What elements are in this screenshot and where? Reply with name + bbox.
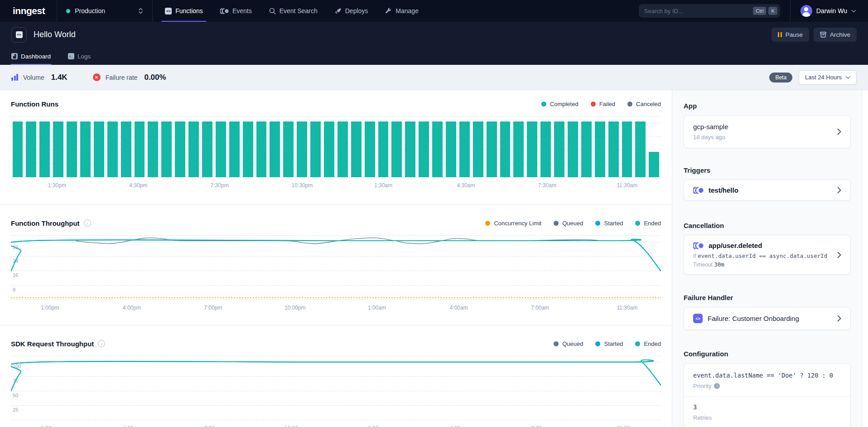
nav-tab-event-search[interactable]: Event Search [269, 0, 318, 22]
nav-tab-deploys[interactable]: Deploys [335, 0, 368, 22]
event-icon [693, 187, 704, 194]
x-tick-label: 1:00am [368, 305, 386, 311]
failure-handler-name: Failure: Customer Onboarding [708, 315, 799, 322]
failure-handler-card[interactable]: <> Failure: Customer Onboarding [684, 307, 851, 330]
bar[interactable] [378, 121, 389, 177]
bar[interactable] [568, 121, 578, 177]
legend-item[interactable]: Started [595, 340, 623, 347]
bar[interactable] [243, 121, 253, 177]
bar[interactable] [229, 121, 240, 177]
bar[interactable] [338, 121, 348, 177]
function-throughput-plot[interactable]: 8162432 [11, 236, 661, 300]
function-runs-plot[interactable]: 8162432 [11, 116, 661, 177]
bar[interactable] [324, 121, 334, 177]
bar[interactable] [135, 121, 145, 177]
bar[interactable] [554, 121, 564, 177]
bar[interactable] [216, 121, 226, 177]
volume-icon [11, 74, 18, 81]
bar[interactable] [13, 121, 23, 177]
bar[interactable] [405, 121, 415, 177]
x-tick-label: 11:30am [617, 182, 637, 189]
x-tick-label: 1:00pm [41, 425, 59, 427]
pause-button[interactable]: Pause [772, 28, 809, 42]
bar[interactable] [202, 121, 212, 177]
bar[interactable] [39, 121, 50, 177]
bar[interactable] [649, 152, 659, 177]
bar[interactable] [391, 121, 402, 177]
bar[interactable] [608, 121, 619, 177]
archive-button[interactable]: Archive [814, 28, 857, 42]
bar[interactable] [297, 121, 307, 177]
info-icon[interactable]: i [714, 383, 720, 389]
retries-label: Retries [693, 414, 841, 421]
legend-item[interactable]: Ended [635, 220, 661, 227]
bar[interactable] [622, 121, 632, 177]
bar[interactable] [365, 121, 375, 177]
legend-item[interactable]: Failed [591, 101, 615, 107]
legend-item[interactable]: Started [595, 220, 623, 227]
bar[interactable] [80, 121, 91, 177]
nav-tab-manage[interactable]: Manage [385, 0, 419, 22]
nav-tab-functions[interactable]: <> Functions [165, 0, 203, 22]
configuration-card: event.data.lastName == 'Doe' ? 120 : 0 P… [684, 363, 851, 427]
nav-tab-events[interactable]: Events [220, 0, 252, 22]
bar[interactable] [540, 121, 551, 177]
legend-item[interactable]: Canceled [627, 101, 661, 107]
function-throughput-section: Function Throughput i Concurrency LimitQ… [0, 204, 672, 325]
bar[interactable] [148, 121, 158, 177]
sdk-throughput-plot[interactable]: 255075100 [11, 356, 661, 420]
bar[interactable] [419, 121, 429, 177]
app-card[interactable]: gcp-sample 18 days ago [684, 115, 851, 148]
function-runs-section: Function Runs CompletedFailedCanceled 81… [0, 90, 672, 204]
trigger-card[interactable]: test/hello [684, 180, 851, 201]
bar[interactable] [487, 121, 497, 177]
pause-icon [778, 32, 782, 37]
bar[interactable] [256, 121, 267, 177]
tab-logs[interactable]: ›_ Logs [68, 48, 91, 65]
bar[interactable] [635, 121, 646, 177]
archive-icon [820, 32, 826, 38]
legend-label: Started [604, 340, 623, 347]
cancellation-card[interactable]: app/user.deleted If event.data.userId ==… [684, 235, 851, 275]
bar[interactable] [473, 121, 483, 177]
bar[interactable] [270, 121, 280, 177]
legend-item[interactable]: Completed [541, 101, 579, 107]
tab-dashboard[interactable]: ▟ Dashboard [11, 48, 51, 65]
bar[interactable] [175, 121, 185, 177]
legend-item[interactable]: Queued [554, 220, 583, 227]
bar[interactable] [595, 121, 605, 177]
chart-legend: QueuedStartedEnded [554, 340, 661, 347]
bar[interactable] [432, 121, 443, 177]
bar[interactable] [513, 121, 524, 177]
bar[interactable] [53, 121, 63, 177]
bar[interactable] [527, 121, 537, 177]
bar[interactable] [310, 121, 321, 177]
bar[interactable] [581, 121, 592, 177]
scrollbar[interactable] [862, 90, 868, 427]
bar[interactable] [67, 121, 77, 177]
x-tick-label: 10:30pm [292, 182, 313, 189]
bar[interactable] [121, 121, 131, 177]
bar[interactable] [351, 121, 362, 177]
bar[interactable] [94, 121, 104, 177]
bar[interactable] [188, 121, 199, 177]
search-input[interactable] [644, 8, 751, 15]
legend-label: Failed [599, 101, 615, 107]
time-range-dropdown[interactable]: Last 24 Hours [799, 70, 857, 85]
x-tick-label: 1:00pm [41, 305, 59, 311]
legend-item[interactable]: Ended [635, 340, 661, 347]
bar[interactable] [283, 121, 294, 177]
bar[interactable] [107, 121, 118, 177]
bar[interactable] [26, 121, 36, 177]
info-icon[interactable]: i [84, 219, 91, 227]
bar[interactable] [500, 121, 511, 177]
legend-item[interactable]: Concurrency Limit [485, 220, 541, 227]
bar[interactable] [161, 121, 172, 177]
bar[interactable] [459, 121, 470, 177]
bar[interactable] [446, 121, 456, 177]
info-icon[interactable]: i [98, 340, 105, 347]
user-menu[interactable]: Darwin Wu [790, 0, 868, 22]
environment-switcher[interactable]: Production [57, 7, 152, 15]
global-search[interactable]: Ctrl K [639, 4, 780, 18]
legend-item[interactable]: Queued [554, 340, 583, 347]
